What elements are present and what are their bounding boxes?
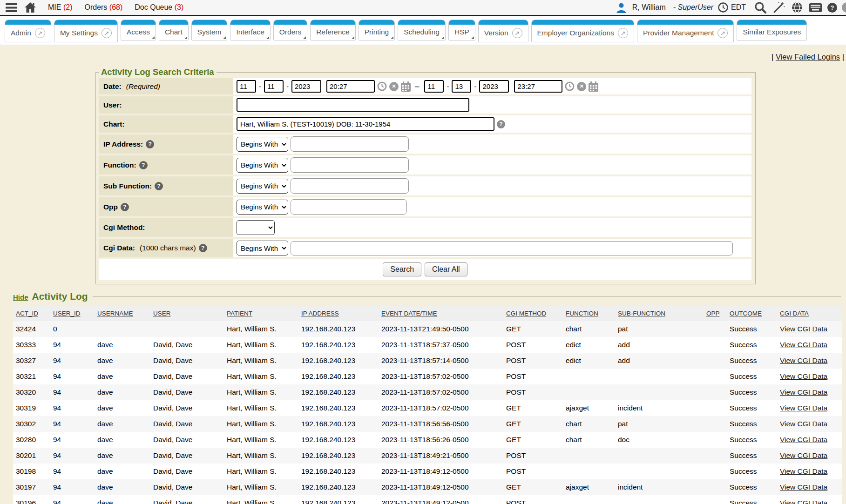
cell-outcome: Success bbox=[727, 353, 777, 369]
start-time-clock-icon[interactable] bbox=[377, 81, 387, 91]
column-header[interactable]: OPP bbox=[704, 306, 727, 321]
column-header[interactable]: PATIENT bbox=[224, 306, 298, 321]
opp-input[interactable] bbox=[291, 199, 407, 215]
sub-function-input[interactable] bbox=[291, 178, 409, 194]
start-date-clear-icon[interactable]: ✕ bbox=[389, 82, 399, 91]
view-cgi-data-link[interactable]: View CGI Data bbox=[780, 467, 827, 475]
cgi-method-select[interactable] bbox=[237, 220, 275, 235]
hide-log-link[interactable]: Hide bbox=[13, 293, 28, 301]
hamburger-menu-icon[interactable] bbox=[6, 3, 17, 12]
help-icon[interactable]: ? bbox=[827, 3, 837, 13]
column-header[interactable]: EVENT DATE/TIME bbox=[379, 306, 503, 321]
ip-address-input[interactable] bbox=[291, 136, 409, 152]
cell-cgi-data: View CGI Data bbox=[777, 479, 842, 495]
clear-all-button[interactable]: Clear All bbox=[425, 262, 467, 276]
module-tab[interactable]: Chart bbox=[159, 20, 189, 40]
ip-match-select[interactable]: Begins With bbox=[237, 137, 288, 152]
module-tab[interactable]: Printing bbox=[359, 20, 395, 40]
column-header[interactable]: FUNCTION bbox=[563, 306, 615, 321]
table-row: 30196 94 dave David, Dave Hart, William … bbox=[13, 495, 842, 504]
view-cgi-data-link[interactable]: View CGI Data bbox=[780, 372, 827, 380]
view-cgi-data-link[interactable]: View CGI Data bbox=[780, 420, 827, 428]
wand-icon[interactable] bbox=[773, 1, 785, 13]
user-avatar-icon[interactable] bbox=[616, 2, 627, 13]
top-nav-item[interactable]: Doc Queue (3) bbox=[135, 3, 183, 12]
end-time-input[interactable] bbox=[514, 80, 562, 93]
cell-patient: Hart, William S. bbox=[224, 400, 298, 416]
start-date-calendar-icon[interactable] bbox=[401, 81, 411, 92]
end-date-clear-icon[interactable]: ✕ bbox=[577, 82, 586, 91]
view-failed-logins-link[interactable]: View Failed Logins bbox=[776, 53, 840, 61]
end-time-clock-icon[interactable] bbox=[565, 81, 575, 91]
home-icon[interactable] bbox=[25, 2, 36, 13]
column-header[interactable]: USER bbox=[150, 306, 224, 321]
chart-input[interactable] bbox=[237, 117, 494, 131]
cgi-data-input[interactable] bbox=[291, 241, 733, 255]
module-tab[interactable]: Admin ↗ bbox=[5, 20, 51, 42]
function-match-select[interactable]: Begins With bbox=[237, 158, 288, 173]
end-date-calendar-icon[interactable] bbox=[589, 81, 598, 92]
module-tab[interactable]: My Settings ↗ bbox=[54, 20, 118, 42]
module-tab[interactable]: Access bbox=[121, 20, 156, 40]
sub-function-match-select[interactable]: Begins With bbox=[237, 179, 288, 194]
start-day-input[interactable] bbox=[264, 80, 284, 93]
search-button[interactable]: Search bbox=[383, 262, 421, 276]
module-tab[interactable]: Similar Exposures bbox=[737, 20, 807, 40]
globe-icon[interactable] bbox=[792, 2, 803, 13]
column-header[interactable]: USER_ID bbox=[50, 306, 95, 321]
cgi-data-help-icon[interactable]: ? bbox=[199, 244, 207, 252]
view-cgi-data-link[interactable]: View CGI Data bbox=[780, 436, 827, 444]
start-time-input[interactable] bbox=[326, 80, 375, 93]
column-header[interactable]: SUB-FUNCTION bbox=[615, 306, 704, 321]
module-tab[interactable]: Orders bbox=[273, 20, 307, 40]
truncated-icon[interactable] bbox=[842, 2, 846, 13]
top-nav-item[interactable]: MIE (2) bbox=[48, 3, 72, 12]
cell-user bbox=[150, 321, 224, 337]
end-day-input[interactable] bbox=[452, 80, 471, 93]
search-icon[interactable] bbox=[754, 1, 766, 13]
cgi-data-match-select[interactable]: Begins With bbox=[237, 241, 288, 255]
column-header[interactable]: USERNAME bbox=[95, 306, 150, 321]
clock-icon[interactable] bbox=[718, 2, 728, 13]
column-header[interactable]: OUTCOME bbox=[727, 306, 777, 321]
module-tab[interactable]: System bbox=[191, 20, 228, 40]
start-month-input[interactable] bbox=[237, 80, 256, 93]
keyboard-icon[interactable] bbox=[809, 3, 822, 12]
module-tab[interactable]: Reference bbox=[310, 20, 356, 40]
cell-cgi-method: GET bbox=[503, 416, 563, 432]
module-tab[interactable]: Interface bbox=[230, 20, 270, 40]
cell-act-id: 30201 bbox=[13, 448, 50, 464]
user-input[interactable] bbox=[237, 98, 469, 112]
view-cgi-data-link[interactable]: View CGI Data bbox=[780, 404, 827, 412]
opp-help-icon[interactable]: ? bbox=[121, 203, 129, 211]
end-year-input[interactable] bbox=[479, 80, 509, 93]
start-year-input[interactable] bbox=[291, 80, 321, 93]
tab-accent-strip bbox=[398, 20, 445, 25]
column-header[interactable]: ACT_ID bbox=[13, 306, 50, 321]
ip-help-icon[interactable]: ? bbox=[146, 140, 154, 148]
opp-match-select[interactable]: Begins With bbox=[237, 200, 288, 215]
view-cgi-data-link[interactable]: View CGI Data bbox=[780, 356, 827, 364]
view-cgi-data-link[interactable]: View CGI Data bbox=[780, 483, 827, 491]
view-cgi-data-link[interactable]: View CGI Data bbox=[780, 388, 827, 396]
cell-function: ajaxget bbox=[563, 479, 615, 495]
top-nav-item[interactable]: Orders (68) bbox=[84, 3, 122, 12]
module-tab[interactable]: Employer Organizations ↗ bbox=[531, 20, 634, 42]
column-header[interactable]: IP ADDRESS bbox=[298, 306, 379, 321]
end-month-input[interactable] bbox=[424, 80, 444, 93]
function-input[interactable] bbox=[291, 157, 409, 173]
module-tab[interactable]: Scheduling bbox=[398, 20, 446, 40]
module-tab[interactable]: HSP bbox=[448, 20, 475, 40]
module-tab[interactable]: Provider Management ↗ bbox=[637, 20, 734, 42]
sub-function-help-icon[interactable]: ? bbox=[155, 182, 163, 190]
chart-help-icon[interactable]: ? bbox=[497, 120, 505, 128]
column-header[interactable]: CGI DATA bbox=[777, 306, 842, 321]
view-cgi-data-link[interactable]: View CGI Data bbox=[780, 499, 827, 504]
view-cgi-data-link[interactable]: View CGI Data bbox=[780, 325, 827, 333]
module-tab[interactable]: Version ↗ bbox=[478, 20, 528, 42]
cell-act-id: 30280 bbox=[13, 432, 50, 448]
view-cgi-data-link[interactable]: View CGI Data bbox=[780, 341, 827, 349]
column-header[interactable]: CGI METHOD bbox=[503, 306, 563, 321]
view-cgi-data-link[interactable]: View CGI Data bbox=[780, 451, 827, 459]
function-help-icon[interactable]: ? bbox=[139, 161, 148, 169]
